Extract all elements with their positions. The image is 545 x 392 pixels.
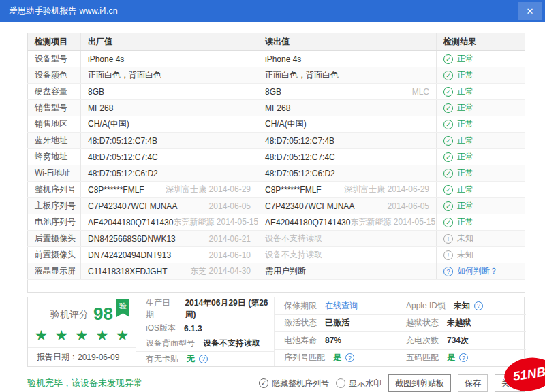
read-note: 2014-06-05: [388, 201, 429, 211]
table-header-row: 检测项目出厂值读出值检测结果: [28, 33, 525, 51]
summary-row: 激活状态已激活: [275, 315, 396, 333]
factory-cell: C7P423407WCFMJNAA2014-06-05: [81, 198, 258, 214]
factory-value: C8P******FMLF: [88, 185, 144, 195]
summary-value: 未知: [454, 300, 470, 312]
summary-value: 设备不支持读取: [203, 338, 260, 349]
summary-value: 734次: [447, 335, 469, 346]
summary-value: 6.1.3: [184, 324, 202, 333]
factory-value: iPhone 4s: [88, 54, 124, 64]
report-window: 爱思助手验机报告 www.i4.cn ✕ 检测项目出厂值读出值检测结果 设备型号…: [0, 0, 545, 392]
screenshot-to-clipboard-button[interactable]: 截图到剪贴板: [388, 374, 451, 392]
factory-cell: DN8425668S6DNWK132014-06-21: [81, 231, 258, 247]
factory-value: CH/A(中国): [88, 118, 129, 130]
summary-label: 电池寿命: [284, 335, 317, 346]
result-cell: ✓正常: [437, 67, 525, 84]
factory-value: DN8425668S6DNWK13: [88, 234, 176, 244]
footer-controls: ✓隐藏整机序列号显示水印截图到剪贴板保存关闭: [259, 374, 525, 392]
result-label: 正常: [457, 167, 473, 179]
result-badge: ✓正常: [443, 69, 518, 81]
close-button[interactable]: ✕: [518, 2, 542, 20]
result-cell: ✓正常: [437, 133, 525, 149]
result-cell: ✓正常: [437, 100, 525, 116]
checked-circle-icon: ✓: [259, 378, 268, 388]
read-note: MLC: [412, 87, 429, 97]
factory-cell: 48:D7:05:12:C7:4B: [81, 133, 258, 149]
factory-value: 48:D7:05:12:C7:4C: [88, 152, 158, 162]
read-cell: C8P******FMLF深圳富士康 2014-06-29: [258, 182, 437, 198]
result-badge: ✓正常: [443, 135, 518, 146]
column-header: 检测项目: [28, 33, 81, 51]
summary-row: 充电次数734次: [396, 332, 526, 350]
check-circle-icon: ✓: [443, 87, 453, 97]
result-label: 正常: [457, 53, 473, 65]
save-button[interactable]: 保存: [458, 374, 488, 392]
factory-note: 2014-06-21: [209, 234, 251, 244]
result-cell: ✓正常: [437, 149, 525, 165]
result-badge: ✓正常: [443, 216, 518, 228]
read-cell: C7P423407WCFMJNAA2014-06-05: [258, 198, 437, 214]
summary-value[interactable]: 在线查询: [325, 300, 358, 312]
result-cell: ✓正常: [437, 198, 525, 214]
check-circle-icon: ✓: [443, 103, 453, 113]
option-show-watermark[interactable]: 显示水印: [336, 378, 382, 389]
summary-value: 是: [447, 352, 455, 363]
summary-column-production: 生产日期2014年06月29日 (第26周)iOS版本6.1.3设备背面型号设备…: [136, 297, 275, 366]
item-label: 主板序列号: [28, 198, 81, 214]
factory-value: 48:D7:05:12:C6:D2: [88, 169, 158, 178]
question-circle-icon[interactable]: ?: [199, 355, 208, 363]
item-label: 后置摄像头: [28, 231, 81, 247]
table-row: 蓝牙地址48:D7:05:12:C7:4B48:D7:05:12:C7:4B✓正…: [28, 133, 525, 149]
table-row: 电池序列号AE42044180Q7141430东莞新能源 2014-05-15A…: [28, 214, 525, 231]
read-value: AE42044180Q7141430: [265, 218, 350, 227]
question-circle-icon[interactable]: ?: [459, 353, 468, 362]
question-circle-icon[interactable]: ?: [345, 353, 354, 362]
table-row: 销售地区CH/A(中国)CH/A(中国)✓正常: [28, 116, 525, 133]
result-badge: !未知: [443, 249, 518, 261]
result-badge[interactable]: ?如何判断？: [443, 265, 518, 277]
check-circle-icon: ✓: [443, 152, 453, 162]
result-cell: ✓正常: [437, 214, 525, 231]
factory-note: 东莞新能源 2014-05-15: [173, 216, 258, 228]
result-badge: ✓正常: [443, 184, 518, 195]
item-label: 整机序列号: [28, 182, 81, 198]
table-row: 液晶显示屏C11418318XFDJGHT东芝 2014-04-30需用户判断?…: [28, 263, 525, 280]
read-cell: 48:D7:05:12:C7:4B: [258, 133, 437, 149]
read-cell: MF268: [258, 100, 437, 116]
read-cell: 设备不支持读取: [258, 231, 437, 247]
summary-label: 越狱状态: [406, 317, 439, 329]
read-value: MF268: [265, 103, 290, 113]
report-content: 检测项目出厂值读出值检测结果 设备型号iPhone 4siPhone 4s✓正常…: [0, 22, 545, 392]
score-cell: 验机评分98 验 ★★★★★ 报告日期：2019-06-09: [28, 297, 136, 366]
unchecked-circle-icon: [336, 378, 345, 388]
result-label: 正常: [457, 184, 473, 195]
summary-row: Apple ID锁未知?: [396, 297, 526, 315]
star-icon: ★: [35, 327, 48, 344]
result-cell: !未知: [437, 231, 525, 247]
result-label: 正常: [457, 151, 473, 163]
question-circle-icon: ?: [443, 267, 453, 276]
read-cell: 48:D7:05:12:C6:D2: [258, 165, 437, 182]
star-icon: ★: [76, 327, 89, 344]
table-row: Wi-Fi地址48:D7:05:12:C6:D248:D7:05:12:C6:D…: [28, 165, 525, 182]
option-hide-serial[interactable]: ✓隐藏整机序列号: [259, 378, 329, 389]
result-badge: ✓正常: [443, 102, 518, 114]
footer-bar: 验机完毕，该设备未发现异常 ✓隐藏整机序列号显示水印截图到剪贴板保存关闭: [27, 374, 525, 392]
read-value: 48:D7:05:12:C7:4B: [265, 136, 334, 146]
factory-value: C7P423407WCFMJNAA: [88, 201, 177, 211]
inspection-table: 检测项目出厂值读出值检测结果 设备型号iPhone 4siPhone 4s✓正常…: [27, 33, 525, 293]
result-cell: ✓正常: [437, 165, 525, 182]
result-cell: ✓正常: [437, 51, 525, 67]
result-label[interactable]: 如何判断？: [457, 265, 498, 277]
read-value: 48:D7:05:12:C6:D2: [265, 169, 335, 178]
check-circle-icon: ✓: [443, 136, 453, 146]
read-value: 48:D7:05:12:C7:4C: [265, 152, 335, 162]
question-circle-icon[interactable]: ?: [474, 301, 483, 310]
result-cell: ?如何判断？: [437, 263, 525, 280]
result-cell: ✓正常: [437, 84, 525, 100]
close-icon: ✕: [527, 6, 534, 16]
star-rating: ★★★★★: [28, 327, 136, 344]
read-cell: 正面白色，背面白色: [258, 67, 437, 84]
summary-label: 充电次数: [406, 335, 439, 346]
factory-cell: 8GB: [81, 84, 258, 100]
result-badge: ✓正常: [443, 118, 518, 130]
